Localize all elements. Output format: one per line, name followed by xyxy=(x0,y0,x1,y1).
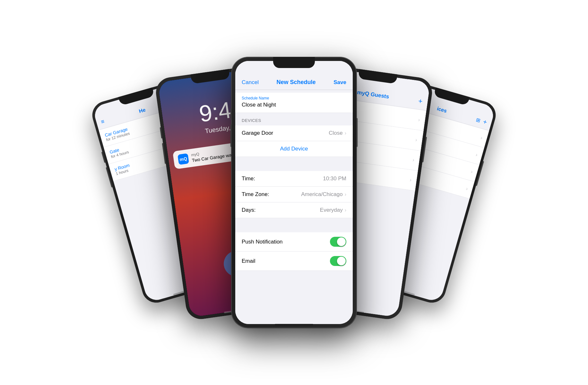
page-title: New Schedule xyxy=(277,79,316,86)
plus-icon[interactable]: + xyxy=(482,118,488,126)
days-label: Days: xyxy=(242,207,255,213)
chevron-right-icon: › xyxy=(418,117,420,123)
plus-icon[interactable]: + xyxy=(418,97,423,106)
notification-group: Push Notification Email xyxy=(235,232,353,271)
far-right-title: ices xyxy=(437,106,448,114)
chevron-right-icon: › xyxy=(415,137,418,143)
chevron-right-icon: › xyxy=(345,192,346,197)
myq-nav-icons: + xyxy=(418,97,423,106)
add-device-row[interactable]: Add Device xyxy=(235,141,353,157)
settings-group: Time: 10:30 PM Time Zone: America/Chicag… xyxy=(235,171,353,218)
push-notification-label: Push Notification xyxy=(242,239,283,245)
device-action-value: Close xyxy=(329,130,342,136)
toggle-knob xyxy=(337,237,346,246)
device-row[interactable]: Garage Door Close › xyxy=(235,125,353,141)
days-value: Everyday › xyxy=(320,207,346,213)
time-value: 10:30 PM xyxy=(323,175,346,182)
chevron-right-icon: › xyxy=(345,207,346,213)
far-left-title-partial: He xyxy=(138,107,146,114)
email-row: Email xyxy=(235,252,353,271)
timezone-label: Time Zone: xyxy=(242,191,269,198)
email-toggle[interactable] xyxy=(330,256,346,266)
myq-guests-title: myQ Guests xyxy=(357,89,389,100)
schedule-name-label: Schedule Name xyxy=(242,96,346,100)
chevron-right-icon: › xyxy=(470,169,473,175)
grid-icon: ⊞ xyxy=(475,116,481,124)
push-notification-row: Push Notification xyxy=(235,232,353,252)
chevron-right-icon: › xyxy=(345,130,346,136)
hamburger-icon: ≡ xyxy=(100,118,105,125)
schedule-name-section: Schedule Name Close at Night xyxy=(235,93,353,113)
save-button[interactable]: Save xyxy=(333,79,346,86)
chevron-right-icon: › xyxy=(475,152,478,158)
time-label: Time: xyxy=(242,175,255,182)
phone-center: Cancel New Schedule Save Schedule Name C… xyxy=(231,57,357,328)
time-row[interactable]: Time: 10:30 PM xyxy=(235,171,353,187)
chevron-right-icon: › xyxy=(480,135,483,141)
device-name: Garage Door xyxy=(242,130,273,136)
toggle-knob xyxy=(337,257,346,265)
center-screen: Cancel New Schedule Save Schedule Name C… xyxy=(235,61,353,324)
cancel-button[interactable]: Cancel xyxy=(242,79,259,86)
devices-section-header: DEVICES xyxy=(235,113,353,125)
timezone-value: America/Chicago › xyxy=(301,191,346,198)
add-device-button[interactable]: Add Device xyxy=(280,146,308,152)
chevron-right-icon: › xyxy=(465,186,469,192)
email-label: Email xyxy=(242,258,255,264)
timezone-row[interactable]: Time Zone: America/Chicago › xyxy=(235,187,353,202)
schedule-name-value[interactable]: Close at Night xyxy=(242,102,346,108)
chevron-right-icon: › xyxy=(409,177,412,183)
myq-app-icon: mQ xyxy=(177,153,189,165)
device-action: Close › xyxy=(329,130,346,136)
push-notification-toggle[interactable] xyxy=(330,237,346,247)
chevron-right-icon: › xyxy=(412,157,415,163)
scene: ≡ He Car Garage for 12 minutes › Ga xyxy=(0,0,588,385)
days-row[interactable]: Days: Everyday › xyxy=(235,202,353,218)
